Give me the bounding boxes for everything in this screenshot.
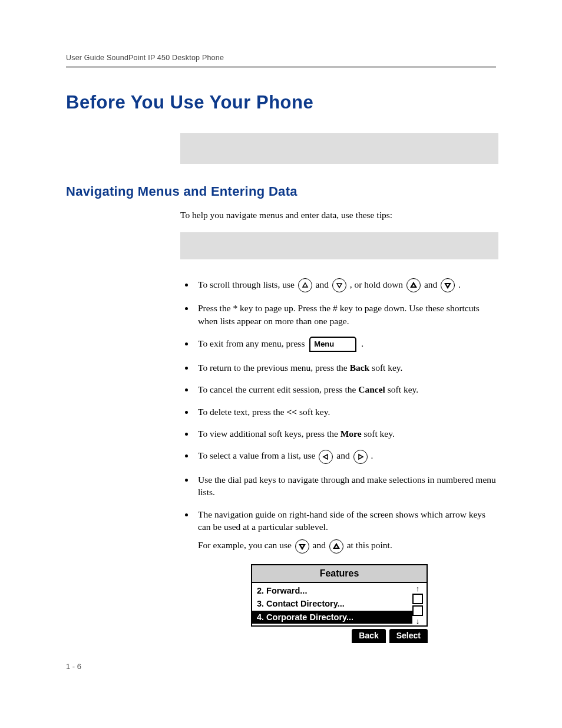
text: . bbox=[361, 338, 363, 348]
lcd-title: Features bbox=[251, 564, 428, 583]
note-placeholder-band-2 bbox=[180, 232, 498, 259]
text: To view additional soft keys, press the bbox=[198, 429, 340, 439]
softkey-select: Select bbox=[389, 629, 428, 643]
up-arrow-icon: ↑ bbox=[416, 585, 420, 592]
softkey-name: << bbox=[286, 407, 297, 417]
tip-page: Press the * key to page up. Press the # … bbox=[194, 302, 498, 327]
text: . bbox=[371, 450, 373, 460]
tip-cancel: To cancel the current edit session, pres… bbox=[194, 383, 498, 396]
up-arrow-bold-icon bbox=[406, 278, 421, 292]
tip-dialpad: Use the dial pad keys to navigate throug… bbox=[194, 473, 498, 499]
softkey-name: Back bbox=[350, 363, 370, 373]
svg-marker-5 bbox=[359, 454, 363, 459]
note-placeholder-band bbox=[180, 133, 498, 164]
nav-box-icon bbox=[412, 594, 423, 604]
text: soft key. bbox=[385, 384, 418, 394]
tip-navguide: The navigation guide on right-hand side … bbox=[194, 508, 498, 644]
text: To cancel the current edit session, pres… bbox=[198, 384, 358, 394]
softkey-name: More bbox=[340, 429, 362, 439]
svg-marker-6 bbox=[300, 545, 305, 549]
text: and bbox=[336, 450, 352, 460]
lcd-softkeys: Back Select bbox=[251, 629, 428, 643]
tip-exit: To exit from any menu, press Menu . bbox=[194, 337, 498, 352]
text: The navigation guide on right-hand side … bbox=[198, 509, 485, 532]
tips-list: To scroll through lists, use and , or ho… bbox=[180, 278, 498, 643]
text: To select a value from a list, use bbox=[198, 450, 318, 460]
svg-marker-7 bbox=[334, 544, 339, 548]
text: soft key. bbox=[362, 429, 395, 439]
text: To exit from any menu, press bbox=[198, 338, 307, 348]
up-arrow-bold-icon bbox=[329, 539, 343, 554]
softkey-back: Back bbox=[352, 629, 385, 643]
left-arrow-icon bbox=[319, 450, 333, 464]
section-title: Navigating Menus and Entering Data bbox=[66, 183, 496, 200]
text: To delete text, press the bbox=[198, 407, 286, 417]
section-intro: To help you navigate menus and enter dat… bbox=[180, 209, 498, 221]
up-arrow-icon bbox=[298, 278, 312, 292]
svg-marker-3 bbox=[445, 284, 450, 288]
down-arrow-icon: ↓ bbox=[416, 617, 420, 625]
text: and bbox=[316, 279, 331, 289]
tip-scroll: To scroll through lists, use and , or ho… bbox=[194, 278, 498, 292]
down-arrow-icon bbox=[332, 278, 346, 292]
lcd-body: 2. Forward... 3. Contact Directory... 4.… bbox=[251, 583, 428, 627]
tip-more: To view additional soft keys, press the … bbox=[194, 427, 498, 440]
chapter-title: Before You Use Your Phone bbox=[66, 90, 496, 116]
svg-marker-0 bbox=[303, 283, 308, 287]
svg-marker-2 bbox=[411, 283, 416, 287]
text: soft key. bbox=[297, 407, 330, 417]
text: For example, you can use bbox=[198, 540, 294, 550]
running-header: User Guide SoundPoint IP 450 Desktop Pho… bbox=[66, 53, 496, 68]
text: soft key. bbox=[369, 363, 402, 373]
text: , or hold down bbox=[350, 279, 405, 289]
lcd-row: 2. Forward... bbox=[256, 584, 409, 597]
softkey-name: Cancel bbox=[358, 384, 385, 394]
text: at this point. bbox=[347, 540, 392, 550]
text: and bbox=[313, 540, 328, 550]
lcd-row-selected: 4. Corporate Directory... bbox=[252, 611, 412, 624]
down-arrow-bold-icon bbox=[295, 539, 309, 554]
text: and bbox=[424, 279, 439, 289]
tip-select: To select a value from a list, use and . bbox=[194, 449, 498, 463]
tip-delete: To delete text, press the << soft key. bbox=[194, 406, 498, 418]
lcd-row: 3. Contact Directory... bbox=[256, 597, 409, 610]
text: . bbox=[458, 279, 461, 289]
down-arrow-bold-icon bbox=[441, 278, 455, 292]
page-number: 1 - 6 bbox=[66, 661, 81, 672]
tip-back: To return to the previous menu, press th… bbox=[194, 361, 498, 374]
nav-box-icon bbox=[412, 605, 423, 616]
phone-lcd-example: Features 2. Forward... 3. Contact Direct… bbox=[251, 564, 428, 643]
menu-button-graphic: Menu bbox=[309, 337, 356, 352]
svg-marker-4 bbox=[323, 454, 328, 459]
text: To scroll through lists, use bbox=[198, 279, 297, 289]
right-arrow-icon bbox=[353, 450, 368, 464]
lcd-nav-guide: ↑ ↓ bbox=[411, 585, 424, 625]
text: To return to the previous menu, press th… bbox=[198, 363, 350, 373]
svg-marker-1 bbox=[337, 284, 342, 288]
